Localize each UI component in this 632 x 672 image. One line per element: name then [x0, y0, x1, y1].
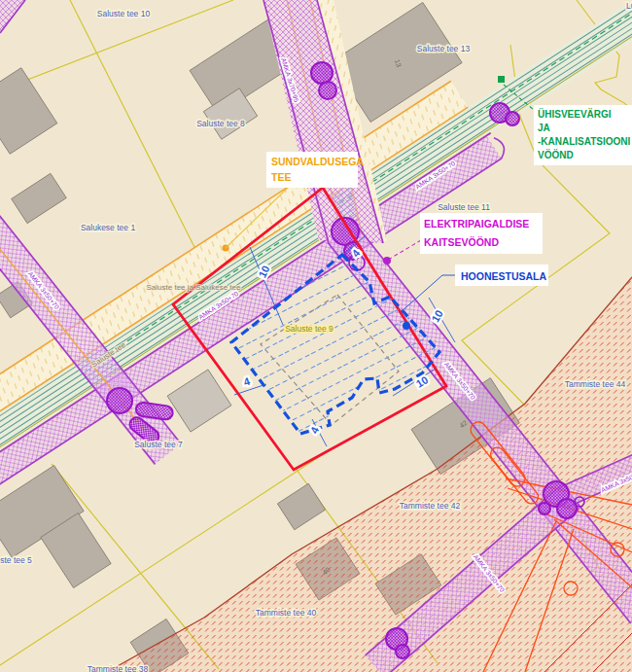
uhisveevargi-line2: JA — [538, 123, 550, 133]
blue-point-marker — [403, 322, 410, 330]
parcel-label-tammiste-38: Tammiste tee 38 — [88, 664, 149, 672]
sundvaldusega-line2: TEE — [271, 171, 291, 183]
uhisveevargi-line4: VÖÖND — [538, 149, 574, 160]
plan-drawing: Saluste tee 10 Saluste tee 8 Saluste tee… — [0, 0, 632, 672]
parcel-label-saluste-7: Saluste tee 7 — [134, 440, 183, 449]
parcel-label-saluste-11: Saluste tee 11 — [438, 202, 490, 212]
parcel-label-saluste-10: Saluste tee 10 — [97, 9, 151, 18]
parcel-label-saluste-8: Saluste tee 8 — [196, 119, 245, 128]
elektri-line2: KAITSEVÖÖND — [424, 236, 499, 248]
parcel-label-saluste-5: Saluste tee 5 — [0, 555, 32, 565]
map-canvas[interactable]: Saluste tee 10 Saluste tee 8 Saluste tee… — [0, 0, 632, 672]
callout-sundvaldusega: SUNDVALDUSEGA TEE — [266, 152, 364, 188]
road-label-combined: Saluste tee ja Salukese tee — [147, 283, 242, 292]
callout-hoonestusala: HOONESTUSALA — [455, 265, 548, 286]
sewer-point-marker — [498, 76, 505, 83]
electric-point-marker — [383, 257, 391, 265]
parcel-label-tammiste-44: Tammiste tee 44 — [565, 379, 626, 389]
parcel-label-salukese-1: Salukese tee 1 — [81, 223, 136, 232]
callout-uhisveevargi: ÜHISVEEVÄRGI JA -KANALISATSIOONI VÖÖND — [534, 105, 632, 165]
sundvaldusega-line1: SUNDVALDUSEGA — [271, 156, 364, 167]
elektri-line1: ELEKTRIPAIGALDISE — [424, 218, 529, 230]
callout-elektripaigaldise: ELEKTRIPAIGALDISE KAITSEVÖÖND — [420, 213, 543, 254]
parcel-label-corner: Lüst — [626, 1, 632, 11]
uhisveevargi-line3: -KANALISATSIOONI — [538, 136, 631, 147]
uhisveevargi-line1: ÜHISVEEVÄRGI — [538, 108, 612, 120]
parcel-label-saluste-13: Saluste tee 13 — [417, 44, 471, 53]
hoonestusala-label: HOONESTUSALA — [461, 270, 547, 282]
parcel-label-tammiste-42: Tammiste tee 42 — [400, 501, 461, 511]
parcel-label-saluste-9: Saluste tee 9 — [285, 324, 334, 334]
parcel-label-tammiste-40: Tammiste tee 40 — [256, 608, 317, 618]
